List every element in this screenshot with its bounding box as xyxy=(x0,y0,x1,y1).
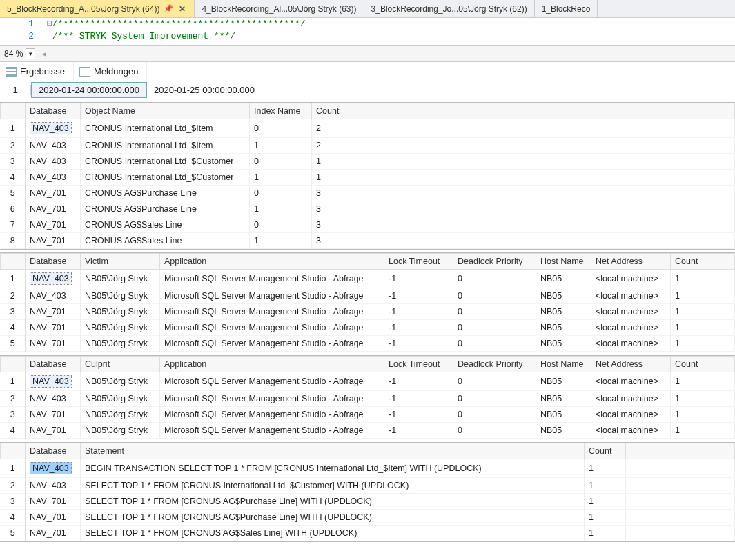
cell[interactable]: NB05 xyxy=(536,407,591,423)
cell[interactable]: Microsoft SQL Server Management Studio -… xyxy=(160,336,384,352)
cell[interactable]: -1 xyxy=(384,270,453,288)
table-row[interactable]: 3NAV_701SELECT TOP 1 * FROM [CRONUS AG$P… xyxy=(1,494,735,510)
column-header[interactable]: Count xyxy=(312,103,353,119)
table-row[interactable]: 3NAV_701NB05\Jörg StrykMicrosoft SQL Ser… xyxy=(1,304,735,320)
cell[interactable]: 1 xyxy=(671,270,712,288)
table-row[interactable]: 1NAV_403NB05\Jörg StrykMicrosoft SQL Ser… xyxy=(1,372,735,391)
cell[interactable]: NAV_403 xyxy=(26,154,81,170)
cell[interactable]: <local machine> xyxy=(591,270,671,288)
table-row[interactable]: 4NAV_701NB05\Jörg StrykMicrosoft SQL Ser… xyxy=(1,423,735,439)
cell[interactable]: -1 xyxy=(384,372,453,391)
cell[interactable]: -1 xyxy=(384,320,453,336)
tab-messages[interactable]: Meldungen xyxy=(74,62,147,81)
column-header[interactable]: Count xyxy=(671,254,712,270)
cell[interactable]: CRONUS AG$Purchase Line xyxy=(81,201,250,217)
cell[interactable]: NAV_701 xyxy=(26,423,81,439)
table-row[interactable]: 2NAV_403CRONUS International Ltd_$Item12 xyxy=(1,138,735,154)
cell[interactable]: NB05 xyxy=(536,270,591,288)
cell[interactable]: <local machine> xyxy=(591,423,671,439)
cell[interactable]: 0 xyxy=(453,423,536,439)
cell[interactable]: -1 xyxy=(384,407,453,423)
cell[interactable]: -1 xyxy=(384,288,453,304)
cell[interactable]: 1 xyxy=(250,170,312,186)
cell[interactable]: 3 xyxy=(312,201,353,217)
cell[interactable]: NAV_701 xyxy=(26,494,81,510)
cell[interactable]: <local machine> xyxy=(591,320,671,336)
cell[interactable]: 0 xyxy=(250,186,312,201)
column-header[interactable]: Database xyxy=(26,443,81,459)
cell[interactable]: NB05 xyxy=(536,391,591,407)
table-row[interactable]: 2NAV_403NB05\Jörg StrykMicrosoft SQL Ser… xyxy=(1,288,735,304)
column-header[interactable]: Object Name xyxy=(81,103,250,119)
table-row[interactable]: 3NAV_403CRONUS International Ltd_$Custom… xyxy=(1,154,735,170)
cell[interactable]: 0 xyxy=(453,391,536,407)
cell[interactable]: 1 xyxy=(585,526,626,541)
table-row[interactable]: 4NAV_403CRONUS International Ltd_$Custom… xyxy=(1,170,735,186)
cell[interactable]: NAV_701 xyxy=(26,320,81,336)
cell[interactable]: 1 xyxy=(250,233,312,249)
column-header[interactable]: Database xyxy=(26,357,81,372)
cell[interactable]: <local machine> xyxy=(591,288,671,304)
cell[interactable]: 1 xyxy=(585,510,626,526)
zoom-dropdown[interactable]: ▾ xyxy=(26,48,35,59)
cell[interactable]: NB05\Jörg Stryk xyxy=(81,336,160,352)
cell[interactable]: NAV_403 xyxy=(26,288,81,304)
table-row[interactable]: 2NAV_403SELECT TOP 1 * FROM [CRONUS Inte… xyxy=(1,478,735,494)
cell[interactable]: NB05\Jörg Stryk xyxy=(81,320,160,336)
table-row[interactable]: 5NAV_701NB05\Jörg StrykMicrosoft SQL Ser… xyxy=(1,336,735,352)
cell[interactable]: NB05\Jörg Stryk xyxy=(81,407,160,423)
cell[interactable]: 0 xyxy=(453,304,536,320)
table-row[interactable]: 7NAV_701CRONUS AG$Sales Line03 xyxy=(1,217,735,233)
table-row[interactable]: 3NAV_701NB05\Jörg StrykMicrosoft SQL Ser… xyxy=(1,407,735,423)
cell[interactable]: Microsoft SQL Server Management Studio -… xyxy=(160,288,384,304)
cell[interactable]: NAV_701 xyxy=(26,407,81,423)
cell[interactable]: CRONUS International Ltd_$Customer xyxy=(81,154,250,170)
cell[interactable]: BEGIN TRANSACTION SELECT TOP 1 * FROM [C… xyxy=(81,459,585,478)
cell[interactable]: -1 xyxy=(384,304,453,320)
table-row[interactable]: 4NAV_701SELECT TOP 1 * FROM [CRONUS AG$P… xyxy=(1,510,735,526)
table-row[interactable]: 1NAV_403CRONUS International Ltd_$Item02 xyxy=(1,119,735,138)
cell[interactable]: NB05 xyxy=(536,320,591,336)
column-header[interactable]: Net Address xyxy=(591,357,671,372)
cell[interactable]: 1 xyxy=(585,494,626,510)
table-row[interactable]: 1NAV_403NB05\Jörg StrykMicrosoft SQL Ser… xyxy=(1,270,735,288)
date-cell[interactable]: 2020-01-25 00:00:00.000 xyxy=(147,83,262,97)
cell[interactable]: 1 xyxy=(671,407,712,423)
cell[interactable]: NAV_701 xyxy=(26,233,81,249)
table-row[interactable]: 5NAV_701CRONUS AG$Purchase Line03 xyxy=(1,186,735,201)
cell[interactable]: -1 xyxy=(384,336,453,352)
cell[interactable]: Microsoft SQL Server Management Studio -… xyxy=(160,320,384,336)
cell[interactable]: <local machine> xyxy=(591,407,671,423)
cell[interactable]: NAV_403 xyxy=(26,270,81,288)
close-icon[interactable]: ✕ xyxy=(177,4,187,14)
cell[interactable]: Microsoft SQL Server Management Studio -… xyxy=(160,391,384,407)
cell[interactable]: NAV_403 xyxy=(26,459,81,478)
cell[interactable]: NAV_701 xyxy=(26,526,81,541)
cell[interactable]: 3 xyxy=(312,186,353,201)
cell[interactable]: 0 xyxy=(453,270,536,288)
cell[interactable]: 2 xyxy=(312,119,353,138)
cell[interactable]: 0 xyxy=(453,320,536,336)
tab-item[interactable]: 4_BlockRecording_Al...05\Jörg Stryk (63)… xyxy=(195,0,364,17)
cell[interactable]: 0 xyxy=(453,372,536,391)
column-header[interactable]: Count xyxy=(671,357,712,372)
cell[interactable]: Microsoft SQL Server Management Studio -… xyxy=(160,270,384,288)
table-row[interactable]: 8NAV_701CRONUS AG$Sales Line13 xyxy=(1,233,735,249)
cell[interactable]: <local machine> xyxy=(591,336,671,352)
cell[interactable]: NB05 xyxy=(536,372,591,391)
cell[interactable]: SELECT TOP 1 * FROM [CRONUS Internationa… xyxy=(81,478,585,494)
cell[interactable]: 1 xyxy=(250,201,312,217)
cell[interactable]: 1 xyxy=(250,138,312,154)
scroll-left-icon[interactable]: ◂ xyxy=(42,49,46,59)
cell[interactable]: NAV_701 xyxy=(26,217,81,233)
cell[interactable]: SELECT TOP 1 * FROM [CRONUS AG$Sales Lin… xyxy=(81,526,585,541)
cell[interactable]: CRONUS International Ltd_$Customer xyxy=(81,170,250,186)
cell[interactable]: 3 xyxy=(312,233,353,249)
cell[interactable]: NB05\Jörg Stryk xyxy=(81,372,160,391)
cell[interactable]: NB05\Jörg Stryk xyxy=(81,270,160,288)
cell[interactable]: 1 xyxy=(585,459,626,478)
column-header[interactable]: Database xyxy=(26,103,81,119)
column-header[interactable]: Lock Timeout xyxy=(384,254,453,270)
cell[interactable]: 1 xyxy=(671,372,712,391)
column-header[interactable]: Statement xyxy=(81,443,585,459)
